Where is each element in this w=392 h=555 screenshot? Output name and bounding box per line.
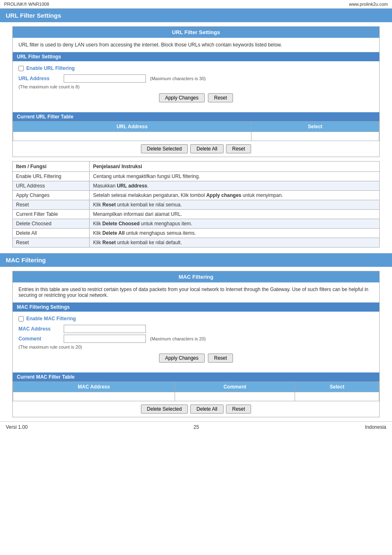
- url-filter-section-heading: URL Filter Settings: [0, 9, 392, 22]
- enable-url-filtering-label: Enable URL Filtering: [26, 65, 75, 71]
- url-filter-table: URL Address Select: [13, 121, 379, 141]
- url-address-input[interactable]: [64, 74, 146, 83]
- url-instr-row: Delete AllKlik Delete All untuk menghapu…: [13, 229, 380, 238]
- instr-item-cell: URL Address: [13, 181, 90, 191]
- enable-mac-filtering-label: Enable MAC Filtering: [26, 316, 76, 321]
- mac-filter-card-title: MAC Filtering: [13, 271, 379, 282]
- url-filter-card-title: URL Filter Settings: [13, 27, 379, 38]
- url-apply-changes-button[interactable]: Apply Changes: [159, 93, 205, 102]
- mac-filter-card: MAC Filtering Entries in this table are …: [12, 271, 380, 417]
- url-instr-row: Current Filter TableMenampilkan informas…: [13, 210, 380, 219]
- url-table-reset-button[interactable]: Reset: [226, 144, 251, 153]
- mac-reset-button[interactable]: Reset: [208, 354, 233, 363]
- mac-filter-settings-header: MAC Filtering Settings: [13, 303, 379, 312]
- instr-desc-cell: Masukkan URL address.: [90, 181, 380, 191]
- url-instr-row: ResetKlik Reset untuk kembali ke nilai s…: [13, 200, 380, 210]
- brand-label: PROLiNK® WNR1008: [4, 2, 49, 7]
- mac-apply-changes-button[interactable]: Apply Changes: [159, 354, 205, 363]
- mac-filter-table-header: Current MAC Filter Table: [13, 372, 379, 382]
- mac-table-col-select: Select: [295, 382, 379, 392]
- mac-filter-description: Entries in this table are used to restri…: [13, 282, 379, 303]
- instr-item-cell: Reset: [13, 200, 90, 210]
- url-delete-selected-button[interactable]: Delete Selected: [141, 144, 188, 153]
- footer-page: 25: [194, 424, 199, 430]
- url-table-col-address: URL Address: [13, 122, 251, 132]
- url-instr-row: Enable URL FilteringCentang untuk mengak…: [13, 172, 380, 181]
- mac-table-col-address: MAC Address: [13, 382, 175, 392]
- url-delete-all-button[interactable]: Delete All: [190, 144, 224, 153]
- mac-table-reset-button[interactable]: Reset: [226, 405, 251, 414]
- mac-table-empty-row: [13, 392, 379, 401]
- mac-filter-section-heading: MAC Filtering: [0, 253, 392, 267]
- mac-delete-all-button[interactable]: Delete All: [190, 405, 224, 414]
- url-filter-card: URL Filter Settings URL filter is used t…: [12, 26, 380, 157]
- mac-comment-input[interactable]: [64, 335, 146, 343]
- instr-col-desc: Penjelasan/ Instruksi: [90, 162, 380, 172]
- url-address-label: URL Address: [18, 76, 60, 81]
- mac-max-rule: (The maximum rule count is 20): [18, 345, 374, 349]
- footer-region: Indonesia: [365, 424, 386, 430]
- mac-comment-label: Comment: [18, 336, 60, 342]
- instr-item-cell: Apply Changes: [13, 191, 90, 200]
- mac-address-label: MAC Address: [18, 326, 60, 332]
- instr-item-cell: Delete All: [13, 229, 90, 238]
- footer-version: Versi 1.00: [6, 424, 28, 430]
- instr-desc-cell: Centang untuk mengaktifkan fungsi URL fi…: [90, 172, 380, 181]
- instr-item-cell: Delete Choosed: [13, 219, 90, 229]
- instr-col-item: Item / Fungsi: [13, 162, 90, 172]
- url-instr-row: URL AddressMasukkan URL address.: [13, 181, 380, 191]
- instr-desc-cell: Klik Reset untuk kembali ke nilai defaul…: [90, 238, 380, 247]
- enable-mac-filtering-checkbox[interactable]: [18, 316, 24, 321]
- url-max-rule: (The maximum rule count is 8): [18, 84, 374, 89]
- instr-desc-cell: Klik Reset untuk kembali ke nilai semua.: [90, 200, 380, 210]
- url-instr-row: Apply ChangesSetelah selesai melakukan p…: [13, 191, 380, 200]
- instr-desc-cell: Menampilkan informasi dari alamat URL.: [90, 210, 380, 219]
- url-reset-button[interactable]: Reset: [208, 93, 233, 102]
- website-label: www.prolink2u.com: [349, 2, 388, 7]
- mac-filter-table: MAC Address Comment Select: [13, 382, 379, 401]
- instr-item-cell: Enable URL Filtering: [13, 172, 90, 181]
- url-table-col-select: Select: [251, 122, 379, 132]
- url-filter-table-header: Current URL Filter Table: [13, 112, 379, 121]
- url-table-empty-row: [13, 132, 379, 141]
- url-address-hint: (Maximum characters is 30): [150, 76, 206, 81]
- url-filter-description: URL filter is used to deny LAN users fro…: [13, 38, 379, 52]
- mac-comment-hint: (Maximum characters is 20): [150, 336, 206, 341]
- enable-url-filtering-checkbox[interactable]: [18, 66, 24, 71]
- instr-item-cell: Current Filter Table: [13, 210, 90, 219]
- instr-desc-cell: Klik Delete All untuk menghapus semua it…: [90, 229, 380, 238]
- url-instruction-table: Item / Fungsi Penjelasan/ Instruksi Enab…: [12, 161, 380, 247]
- url-instr-row: ResetKlik Reset untuk kembali ke nilai d…: [13, 238, 380, 247]
- mac-delete-selected-button[interactable]: Delete Selected: [141, 405, 188, 414]
- url-filter-settings-header: URL Filter Settings: [13, 52, 379, 61]
- url-instr-row: Delete ChoosedKlik Delete Choosed untuk …: [13, 219, 380, 229]
- instr-desc-cell: Klik Delete Choosed untuk menghapus item…: [90, 219, 380, 229]
- mac-table-col-comment: Comment: [175, 382, 295, 392]
- mac-address-input[interactable]: [64, 325, 146, 333]
- instr-item-cell: Reset: [13, 238, 90, 247]
- instr-desc-cell: Setelah selesai melakukan pengaturan, Kl…: [90, 191, 380, 200]
